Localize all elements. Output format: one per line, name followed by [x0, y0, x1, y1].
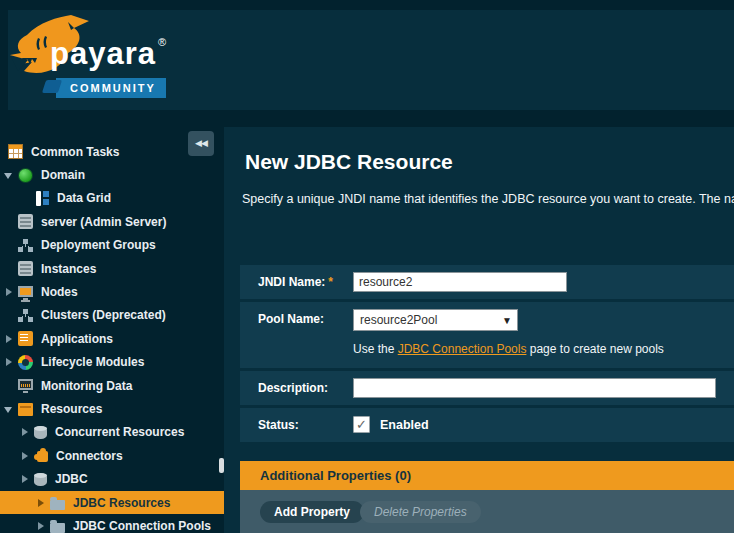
box-icon — [18, 403, 33, 416]
page-description: Specify a unique JNDI name that identifi… — [242, 192, 734, 206]
sidebar-item-label: Lifecycle Modules — [41, 355, 144, 369]
jndi-name-row: JNDI Name:* — [240, 265, 734, 299]
jdbc-connection-pools-link[interactable]: JDBC Connection Pools — [398, 342, 527, 356]
tree-toggle-right-icon[interactable] — [2, 331, 18, 347]
monitoring-icon — [18, 379, 33, 390]
lifecycle-icon — [18, 355, 33, 370]
datagrid-icon — [36, 191, 41, 206]
sidebar-item-label: Common Tasks — [31, 145, 119, 159]
sidebar-item-jdbc-resources[interactable]: JDBC Resources — [0, 491, 224, 514]
tree-toggle-right-icon[interactable] — [18, 424, 34, 440]
sidebar-item-label: server (Admin Server) — [41, 215, 166, 229]
monitor-icon — [18, 286, 33, 297]
navigation-tree: Common TasksDomainData Gridserver (Admin… — [0, 140, 224, 533]
status-enabled-text: Enabled — [380, 418, 429, 432]
sidebar-item-connectors[interactable]: Connectors — [0, 444, 224, 467]
tree-toggle-right-icon[interactable] — [34, 495, 50, 511]
navigation-sidebar: ◀◀ Common TasksDomainData Gridserver (Ad… — [0, 127, 224, 533]
tree-toggle-right-icon[interactable] — [34, 518, 50, 533]
folder-icon — [50, 523, 65, 533]
sidebar-item-label: Instances — [41, 262, 96, 276]
brand-wordmark: payara® — [50, 36, 167, 72]
description-label: Description: — [258, 381, 328, 395]
network-icon — [18, 308, 33, 323]
folder-icon — [50, 500, 65, 510]
jndi-name-label: JNDI Name:* — [258, 275, 333, 289]
select-dropdown-arrow-icon: ▼ — [502, 310, 512, 332]
sidebar-item-resources[interactable]: Resources — [0, 397, 224, 420]
description-row: Description: — [240, 371, 734, 405]
tree-toggle-right-icon[interactable] — [2, 354, 18, 370]
pool-name-select[interactable]: resource2Pool ▼ — [353, 309, 518, 331]
server-icon — [18, 261, 33, 276]
add-property-button[interactable]: Add Property — [260, 501, 364, 523]
sidebar-item-lifecycle-modules[interactable]: Lifecycle Modules — [0, 351, 224, 374]
sidebar-scrollbar-thumb[interactable] — [219, 458, 224, 473]
delete-properties-button[interactable]: Delete Properties — [360, 501, 481, 523]
db-icon — [34, 473, 47, 486]
pool-name-row: Pool Name: resource2Pool ▼ Use the JDBC … — [240, 302, 734, 368]
tree-toggle-down-icon[interactable] — [2, 167, 18, 183]
app-header: payara® COMMUNITY — [0, 10, 734, 110]
sidebar-item-label: Applications — [41, 332, 113, 346]
pool-hint: Use the JDBC Connection Pools page to cr… — [353, 342, 664, 356]
tree-toggle-spacer — [18, 190, 34, 206]
pool-name-label: Pool Name: — [258, 312, 324, 326]
sidebar-item-domain[interactable]: Domain — [0, 163, 224, 186]
tree-toggle-down-icon[interactable] — [2, 401, 18, 417]
sidebar-item-jdbc[interactable]: JDBC — [0, 467, 224, 490]
window-left-strip — [0, 0, 8, 127]
sidebar-item-label: JDBC Resources — [73, 496, 170, 510]
sidebar-item-label: JDBC Connection Pools — [73, 519, 211, 533]
sidebar-item-nodes[interactable]: Nodes — [0, 280, 224, 303]
jdbc-resource-form: JNDI Name:* Pool Name: resource2Pool ▼ U… — [240, 265, 734, 445]
sidebar-item-data-grid[interactable]: Data Grid — [0, 187, 224, 210]
status-label: Status: — [258, 418, 299, 432]
jndi-name-input[interactable] — [353, 272, 567, 292]
globe-icon — [18, 168, 33, 183]
sidebar-item-jdbc-connection-pools[interactable]: JDBC Connection Pools — [0, 514, 224, 533]
sidebar-item-instances[interactable]: Instances — [0, 257, 224, 280]
sidebar-item-clusters-deprecated[interactable]: Clusters (Deprecated) — [0, 304, 224, 327]
required-asterisk: * — [328, 275, 333, 289]
registered-mark: ® — [158, 36, 167, 48]
network-icon — [18, 238, 33, 253]
additional-properties-header: Additional Properties (0) — [240, 461, 734, 490]
window-icon — [18, 331, 33, 346]
sidebar-item-common-tasks[interactable]: Common Tasks — [0, 140, 224, 163]
tree-toggle-right-icon[interactable] — [2, 284, 18, 300]
sidebar-item-label: Connectors — [56, 449, 123, 463]
page-title: New JDBC Resource — [245, 150, 453, 174]
sidebar-item-label: JDBC — [55, 472, 88, 486]
sidebar-item-label: Deployment Groups — [41, 238, 156, 252]
sidebar-item-label: Data Grid — [57, 191, 111, 205]
header-separator — [0, 110, 734, 127]
sidebar-item-label: Concurrent Resources — [55, 425, 184, 439]
status-row: Status: ✓ Enabled — [240, 408, 734, 442]
sidebar-item-applications[interactable]: Applications — [0, 327, 224, 350]
description-input[interactable] — [353, 378, 716, 398]
tree-toggle-right-icon[interactable] — [18, 471, 34, 487]
tree-toggle-spacer — [2, 237, 18, 253]
tree-toggle-spacer — [2, 261, 18, 277]
db-icon — [34, 426, 47, 439]
tree-toggle-spacer — [2, 214, 18, 230]
sidebar-item-server-admin-server[interactable]: server (Admin Server) — [0, 210, 224, 233]
sidebar-item-label: Domain — [41, 168, 85, 182]
sidebar-item-label: Monitoring Data — [41, 379, 132, 393]
sidebar-item-concurrent-resources[interactable]: Concurrent Resources — [0, 421, 224, 444]
tree-toggle-spacer — [2, 378, 18, 394]
window-top-strip — [0, 0, 734, 10]
sidebar-item-monitoring-data[interactable]: Monitoring Data — [0, 374, 224, 397]
sidebar-item-label: Resources — [41, 402, 102, 416]
puzzle-icon — [37, 451, 48, 462]
grid-icon — [8, 144, 23, 159]
properties-toolbar: Add Property Delete Properties — [240, 490, 734, 533]
pool-name-selected-value: resource2Pool — [360, 313, 437, 327]
sidebar-item-deployment-groups[interactable]: Deployment Groups — [0, 234, 224, 257]
status-enabled-checkbox[interactable]: ✓ — [353, 416, 370, 433]
sidebar-item-label: Clusters (Deprecated) — [41, 308, 166, 322]
tree-toggle-spacer — [2, 307, 18, 323]
server-icon — [18, 214, 33, 229]
tree-toggle-right-icon[interactable] — [18, 448, 34, 464]
